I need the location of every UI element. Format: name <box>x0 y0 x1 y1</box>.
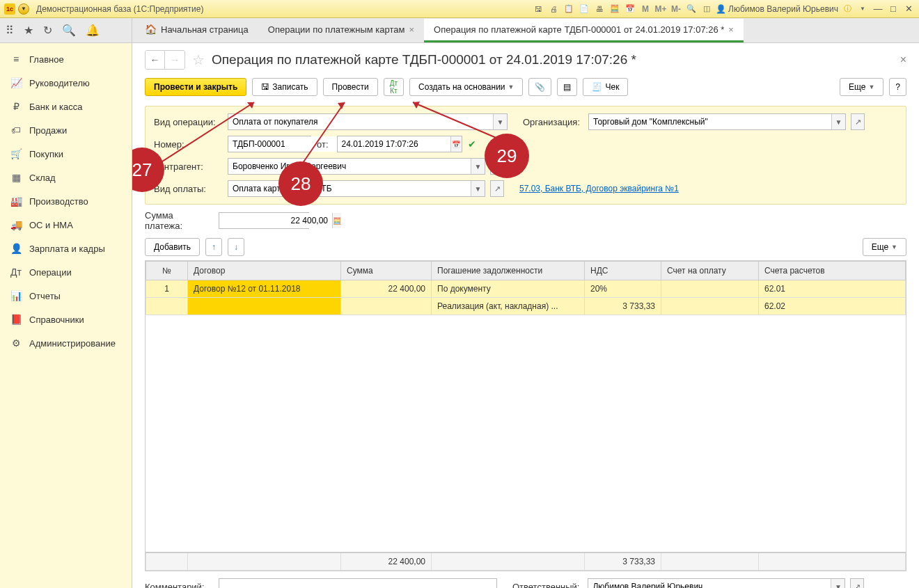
nav-back-button[interactable]: ← <box>146 51 165 69</box>
cell-sum[interactable]: 22 400,00 <box>341 280 432 298</box>
cell-vat[interactable]: 20% <box>585 280 661 298</box>
titlebar-icon-doc[interactable]: 📄 <box>578 3 590 15</box>
create-based-button[interactable]: Создать на основании▼ <box>409 78 523 96</box>
col-n[interactable]: № <box>146 262 188 280</box>
cell-acct[interactable]: 62.02 <box>759 298 906 315</box>
paytype-input[interactable] <box>228 181 471 196</box>
acquiring-link[interactable]: 57.03, Банк ВТБ, Договор эквайринга №1 <box>519 184 679 193</box>
table-row[interactable]: 1 Договор №12 от 01.11.2018 22 400,00 По… <box>146 280 906 298</box>
sidebar-item-catalogs[interactable]: 📕Справочники <box>0 308 132 331</box>
nav-forward-button[interactable]: → <box>165 51 184 69</box>
col-sum[interactable]: Сумма <box>341 262 432 280</box>
attach-button[interactable]: 📎 <box>528 78 551 96</box>
titlebar-mminus[interactable]: M- <box>670 3 682 15</box>
sidebar-item-assets[interactable]: 🚚ОС и НМА <box>0 213 132 237</box>
tab-close-icon[interactable]: × <box>409 24 414 35</box>
tab-home[interactable]: 🏠Начальная страница <box>135 18 258 42</box>
dtkt-button[interactable]: ДтКт <box>384 78 404 96</box>
cell-n[interactable] <box>146 298 188 315</box>
org-open-button[interactable]: ↗ <box>851 113 865 130</box>
favorite-star-icon[interactable]: ☆ <box>192 51 205 68</box>
col-vat[interactable]: НДС <box>585 262 661 280</box>
titlebar-icon-calc[interactable]: 🧮 <box>608 3 621 15</box>
add-row-button[interactable]: Добавить <box>145 238 200 256</box>
structure-button[interactable]: ▤ <box>557 78 577 96</box>
col-repay[interactable]: Погашение задолженности <box>432 262 585 280</box>
sidebar-item-operations[interactable]: ДтОперации <box>0 260 132 284</box>
sidebar-item-warehouse[interactable]: ▦Склад <box>0 166 132 189</box>
amount-field[interactable]: 🧮 <box>219 212 309 229</box>
table-empty-area[interactable] <box>146 315 906 552</box>
sidebar-item-hr[interactable]: 👤Зарплата и кадры <box>0 237 132 260</box>
titlebar-icon-calendar[interactable]: 📅 <box>624 3 636 15</box>
history-icon[interactable]: ↻ <box>43 24 52 37</box>
titlebar-icon-panel[interactable]: ◫ <box>700 3 713 15</box>
tab-close-icon[interactable]: × <box>728 24 734 35</box>
responsible-input[interactable] <box>588 579 831 588</box>
titlebar-icon-print2[interactable]: 🖶 <box>593 3 606 15</box>
responsible-select[interactable]: ▼ <box>588 578 845 588</box>
cell-acct[interactable]: 62.01 <box>759 280 906 298</box>
col-acct[interactable]: Счета расчетов <box>759 262 906 280</box>
tab-operation-doc[interactable]: Операция по платежной карте ТДБП-000001 … <box>424 19 744 42</box>
help-button[interactable]: ? <box>889 78 906 96</box>
titlebar-user[interactable]: 👤Любимов Валерий Юрьевич <box>716 4 838 14</box>
chevron-down-icon[interactable]: ▼ <box>831 114 845 129</box>
titlebar-dropdown-icon[interactable]: ▼ <box>18 3 29 15</box>
titlebar-icon-copy[interactable]: 📋 <box>563 3 575 15</box>
sidebar-item-production[interactable]: 🏭Производство <box>0 189 132 213</box>
calc-icon[interactable]: 🧮 <box>332 213 341 228</box>
more-button[interactable]: Еще▼ <box>840 78 883 96</box>
cell-repay[interactable]: По документу <box>432 280 585 298</box>
table-row[interactable]: Реализация (акт, накладная) ... 3 733,33… <box>146 298 906 315</box>
post-and-close-button[interactable]: Провести и закрыть <box>145 78 246 96</box>
responsible-open-button[interactable]: ↗ <box>850 578 864 588</box>
cell-sum[interactable] <box>341 298 432 315</box>
move-down-button[interactable]: ↓ <box>228 238 244 256</box>
titlebar-icon-dd2[interactable]: ▼ <box>856 3 869 15</box>
org-input[interactable] <box>589 114 831 129</box>
titlebar-icon-save[interactable]: 🖫 <box>532 3 544 15</box>
sidebar-item-sales[interactable]: 🏷Продажи <box>0 118 132 142</box>
titlebar-mplus[interactable]: M+ <box>654 3 667 15</box>
sidebar-item-main[interactable]: ≡Главное <box>0 47 132 71</box>
comment-field[interactable] <box>219 578 497 588</box>
window-minimize[interactable]: — <box>872 3 884 15</box>
table-more-button[interactable]: Еще▼ <box>863 238 906 256</box>
counterparty-select[interactable]: ▼ <box>228 158 485 175</box>
apps-icon[interactable]: ⠿ <box>6 24 14 37</box>
post-button[interactable]: Провести <box>323 78 378 96</box>
chevron-down-icon[interactable]: ▼ <box>471 159 485 174</box>
chevron-down-icon[interactable]: ▼ <box>471 181 485 196</box>
search-icon[interactable]: 🔍 <box>62 24 76 37</box>
cell-vat[interactable]: 3 733,33 <box>585 298 661 315</box>
sidebar-item-reports[interactable]: 📊Отчеты <box>0 284 132 308</box>
move-up-button[interactable]: ↑ <box>205 238 222 256</box>
receipt-button[interactable]: 🧾Чек <box>583 78 628 96</box>
sidebar-item-purchases[interactable]: 🛒Покупки <box>0 142 132 166</box>
window-maximize[interactable]: □ <box>887 3 900 15</box>
paytype-open-button[interactable]: ↗ <box>490 180 504 197</box>
star-icon[interactable]: ★ <box>24 24 33 37</box>
sidebar-item-manager[interactable]: 📈Руководителю <box>0 71 132 95</box>
tab-operations-list[interactable]: Операции по платежным картам× <box>258 19 424 42</box>
titlebar-icon-zoom[interactable]: 🔍 <box>685 3 698 15</box>
amount-input[interactable] <box>219 213 332 228</box>
cell-contract[interactable] <box>188 298 341 315</box>
sidebar-item-admin[interactable]: ⚙Администрирование <box>0 331 132 355</box>
titlebar-icon-print[interactable]: 🖨 <box>547 3 560 15</box>
titlebar-icon-info[interactable]: ⓘ <box>841 3 854 15</box>
save-button[interactable]: 🖫Записать <box>252 78 317 96</box>
chevron-down-icon[interactable]: ▼ <box>831 579 845 588</box>
bell-icon[interactable]: 🔔 <box>86 24 100 37</box>
sidebar-item-bank[interactable]: ₽Банк и касса <box>0 95 132 118</box>
cell-invoice[interactable] <box>661 280 759 298</box>
cell-invoice[interactable] <box>661 298 759 315</box>
cell-repay[interactable]: Реализация (акт, накладная) ... <box>432 298 585 315</box>
org-select[interactable]: ▼ <box>588 113 846 130</box>
comment-input[interactable] <box>219 579 496 588</box>
paytype-select[interactable]: ▼ <box>228 180 485 197</box>
col-invoice[interactable]: Счет на оплату <box>661 262 759 280</box>
content-close-button[interactable]: × <box>900 54 906 66</box>
window-close[interactable]: ✕ <box>902 3 915 15</box>
